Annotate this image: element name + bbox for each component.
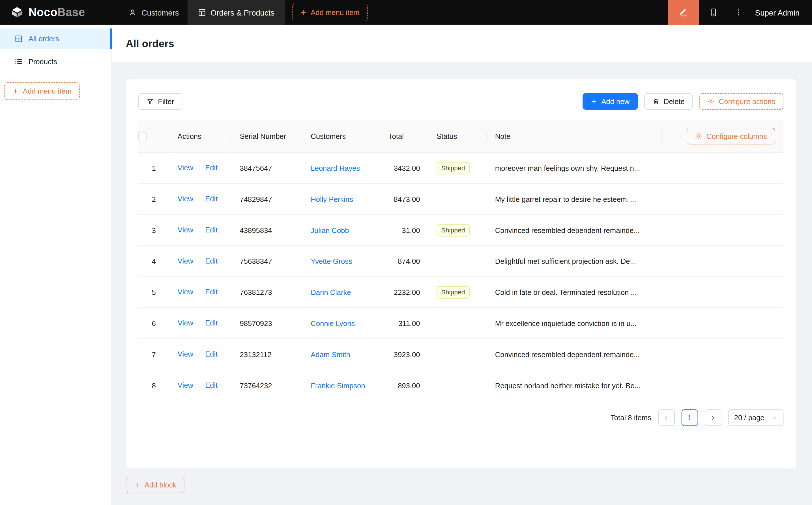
- view-link[interactable]: View: [178, 195, 193, 203]
- empty-cell: [662, 215, 783, 246]
- delete-button[interactable]: Delete: [644, 93, 693, 110]
- table-row[interactable]: 7 ViewEdit 23132112 Adam Smith 3923.00 C…: [138, 339, 784, 370]
- customer-link[interactable]: Yvette Gross: [311, 257, 352, 265]
- view-link[interactable]: View: [178, 257, 193, 265]
- column-header-serial-number: Serial Number: [232, 120, 302, 153]
- edit-link[interactable]: Edit: [205, 164, 218, 172]
- note-cell: moreover man feelings own shy. Request n…: [487, 153, 662, 184]
- status-cell: Shipped: [428, 277, 487, 308]
- customer-link[interactable]: Holly Perkins: [311, 195, 353, 203]
- total-cell: 2232.00: [380, 277, 428, 308]
- main-area: All orders Filter: [112, 25, 812, 505]
- table-row[interactable]: 1 ViewEdit 38475647 Leonard Hayes 3432.0…: [138, 153, 784, 184]
- sidebar-item-products[interactable]: Products: [0, 51, 112, 72]
- kebab-menu-icon: [734, 8, 743, 16]
- view-link[interactable]: View: [178, 288, 193, 296]
- all-orders-icon: [14, 35, 23, 43]
- customer-link[interactable]: Connie Lyons: [311, 319, 355, 327]
- pagination-prev-button[interactable]: [658, 409, 675, 426]
- status-tag: Shipped: [436, 224, 470, 236]
- filter-button-label: Filter: [158, 97, 174, 106]
- empty-cell: [662, 277, 783, 308]
- edit-link[interactable]: Edit: [205, 288, 218, 296]
- gear-icon: [695, 132, 702, 140]
- note-cell: Delightful met sufficient projection ask…: [487, 246, 662, 277]
- brand-name: NocoBase: [29, 6, 85, 19]
- action-divider: [199, 227, 199, 234]
- more-options-button[interactable]: [728, 0, 749, 25]
- note-cell: Convinced resembled dependent remainde..…: [487, 339, 662, 370]
- table-row[interactable]: 5 ViewEdit 76381273 Darin Clarke 2232.00…: [138, 277, 784, 308]
- total-cell: 874.00: [380, 246, 428, 277]
- edit-link[interactable]: Edit: [205, 319, 218, 327]
- topnav-item-customers[interactable]: Customers: [120, 0, 187, 25]
- action-divider: [199, 196, 199, 203]
- edit-link[interactable]: Edit: [205, 350, 218, 358]
- configure-columns-label: Configure columns: [706, 132, 767, 140]
- pagination-total: Total 8 items: [611, 413, 651, 422]
- status-cell: [428, 370, 487, 401]
- serial-number-cell: 75638347: [232, 246, 302, 277]
- customer-link[interactable]: Julian Cobb: [311, 226, 349, 234]
- empty-cell: [662, 339, 783, 370]
- status-cell: [428, 246, 487, 277]
- topnav-item-orders-products[interactable]: Orders & Products: [187, 0, 285, 25]
- sidebar-item-all-orders[interactable]: All orders: [0, 29, 112, 49]
- edit-link[interactable]: Edit: [205, 257, 218, 265]
- page-title: All orders: [126, 38, 174, 49]
- edit-link[interactable]: Edit: [205, 195, 218, 203]
- note-cell: Convinced resembled dependent remainde..…: [487, 215, 662, 246]
- select-all-checkbox[interactable]: [138, 132, 147, 140]
- add-block-button[interactable]: Add block: [126, 477, 185, 493]
- table-row[interactable]: 8 ViewEdit 73764232 Frankie Simpson 893.…: [138, 370, 784, 401]
- action-divider: [199, 165, 199, 172]
- empty-cell: [662, 246, 783, 277]
- note-cell: Request norland neither mistake for yet.…: [487, 370, 662, 401]
- configure-actions-button[interactable]: Configure actions: [699, 93, 783, 110]
- pagination-next-button[interactable]: [704, 409, 721, 426]
- page-size-value: 20 / page: [734, 413, 765, 422]
- chevron-down-icon: [772, 415, 777, 420]
- row-index: 3: [138, 215, 169, 246]
- view-link[interactable]: View: [178, 226, 193, 234]
- action-divider: [199, 351, 199, 358]
- view-link[interactable]: View: [178, 381, 193, 389]
- mobile-preview-button[interactable]: [699, 0, 728, 25]
- gear-icon: [707, 98, 715, 105]
- empty-cell: [662, 184, 783, 215]
- orders-products-icon: [197, 8, 206, 16]
- view-link[interactable]: View: [178, 164, 193, 172]
- ui-editor-button[interactable]: [668, 0, 699, 25]
- header-add-menu-item-button[interactable]: Add menu item: [292, 4, 368, 21]
- table-row[interactable]: 3 ViewEdit 43895834 Julian Cobb 31.00 Sh…: [138, 215, 784, 246]
- content-area: Filter Add new: [112, 62, 812, 505]
- edit-link[interactable]: Edit: [205, 226, 218, 234]
- sidebar-add-menu-item-button[interactable]: Add menu item: [4, 82, 80, 100]
- action-divider: [199, 289, 199, 297]
- customer-link[interactable]: Adam Smith: [311, 350, 350, 358]
- add-new-button[interactable]: Add new: [582, 93, 638, 110]
- customer-link[interactable]: Frankie Simpson: [311, 381, 365, 389]
- table-row[interactable]: 6 ViewEdit 98570923 Connie Lyons 311.00 …: [138, 308, 784, 339]
- header-add-menu-item-label: Add menu item: [311, 8, 359, 16]
- edit-link[interactable]: Edit: [205, 381, 218, 389]
- page-size-select[interactable]: 20 / page: [728, 409, 784, 426]
- pagination-page-1[interactable]: 1: [681, 409, 698, 426]
- table-row[interactable]: 2 ViewEdit 74829847 Holly Perkins 8473.0…: [138, 184, 784, 215]
- customer-link[interactable]: Leonard Hayes: [311, 164, 360, 172]
- total-cell: 3432.00: [380, 153, 428, 184]
- configure-columns-header: Configure columns: [662, 120, 783, 153]
- filter-button[interactable]: Filter: [138, 93, 182, 110]
- serial-number-cell: 38475647: [232, 153, 302, 184]
- brand-name-secondary: Base: [57, 6, 85, 19]
- configure-columns-button[interactable]: Configure columns: [687, 128, 776, 144]
- column-header-total: Total: [380, 120, 428, 153]
- note-cell: Cold in late or deal. Terminated resolut…: [487, 277, 662, 308]
- table-row[interactable]: 4 ViewEdit 75638347 Yvette Gross 874.00 …: [138, 246, 784, 277]
- app-window: NocoBase Customers Orders & Products: [0, 0, 812, 505]
- current-user-name[interactable]: Super Admin: [749, 8, 812, 17]
- customer-link[interactable]: Darin Clarke: [311, 288, 351, 296]
- view-link[interactable]: View: [178, 350, 193, 358]
- column-header-actions: Actions: [169, 120, 232, 153]
- view-link[interactable]: View: [178, 319, 193, 327]
